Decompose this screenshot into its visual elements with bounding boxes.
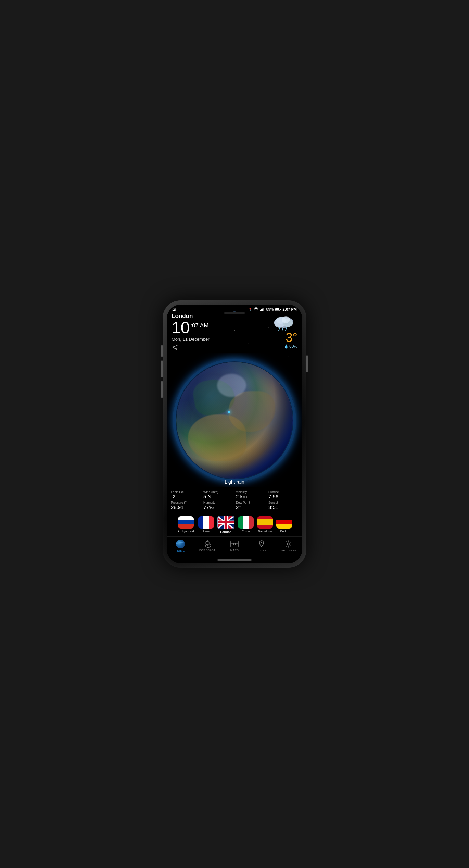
nav-forecast[interactable]: FORECAST [194,540,221,552]
city-item-rome[interactable]: Rome [238,516,254,533]
phone-screen: 🖼 📍 [167,305,302,563]
battery-percentage: 89% [266,307,274,311]
time-hours: 10 [172,320,190,336]
city-label-ulyanovsk: ★ Ulyanovsk [177,530,195,533]
nav-cities-label: CITIES [257,549,267,552]
home-indicator [217,559,252,561]
flag-france [198,516,214,529]
location-icon: 📍 [248,308,252,311]
bottom-navigation: HOME [167,536,302,558]
city-item-paris[interactable]: Paris [198,516,214,533]
battery-icon [275,308,281,311]
svg-line-26 [206,547,206,548]
flag-germany [276,516,292,529]
svg-rect-6 [280,309,281,310]
detail-dew-point: Dew Point 2° [236,501,266,510]
status-right: 📍 89% [248,307,297,311]
svg-rect-2 [262,309,263,312]
weather-condition-label: Light rain [225,479,244,485]
flag-russia [178,516,194,529]
nav-maps[interactable]: MAPS [221,540,248,552]
date-display: Mon, 11 December [172,337,210,342]
flag-spain [257,516,273,529]
maps-icon [230,540,239,548]
nav-maps-label: MAPS [230,549,239,552]
phone-device: 🖼 📍 [163,300,306,568]
svg-rect-1 [261,309,262,311]
city-item-ulyanovsk[interactable]: ★ Ulyanovsk [177,516,195,533]
status-time: 2:07 PM [282,307,297,311]
share-button[interactable] [172,345,210,351]
svg-line-17 [279,328,280,331]
detail-wind: Wind (m/s) 5 N [203,490,233,499]
signal-icon [260,307,265,311]
status-left: 🖼 [172,307,176,311]
london-marker [228,411,230,413]
detail-sunset: Sunset 3:51 [268,501,298,510]
city-label-rome: Rome [242,530,250,533]
weather-right: 3° 💧 60% [270,313,297,349]
cities-row: ★ Ulyanovsk Paris [167,513,302,536]
detail-sunrise: Sunrise 7:56 [268,490,298,499]
detail-visibility: Visibility 2 km [236,490,266,499]
time-minutes: :07 AM [190,320,208,329]
svg-point-36 [288,543,290,545]
svg-line-18 [282,328,283,331]
city-item-barcelona[interactable]: Barcelona [257,516,273,533]
nav-forecast-label: FORECAST [199,549,216,552]
volume-up-button [161,360,163,377]
svg-rect-29 [231,541,238,547]
detail-pressure: Pressure (") 28.91 [171,501,201,510]
globe-container: Light rain [167,353,302,487]
city-item-berlin[interactable]: Berlin [276,516,292,533]
svg-point-35 [261,542,262,543]
temperature-display: 3° [286,332,297,344]
city-item-london[interactable]: London [217,516,234,534]
svg-line-28 [209,547,209,548]
home-icon [176,540,185,548]
svg-rect-5 [275,308,279,310]
nav-settings-label: SETTINGS [281,549,296,552]
svg-line-19 [286,328,287,331]
svg-line-10 [173,346,176,347]
forecast-icon [203,540,212,548]
svg-rect-3 [264,308,265,311]
weather-condition-icon [270,313,297,332]
svg-point-16 [282,316,290,323]
app-screen: 🖼 📍 [167,305,302,563]
volume-down-button [161,381,163,398]
cities-icon [258,540,265,548]
weather-left: London 10 :07 AM Mon, 11 December [172,313,210,351]
mute-button [161,345,163,357]
detail-humidity: Humidity 77% [203,501,233,510]
nav-home-label: HOME [176,549,185,553]
power-button [306,355,308,372]
time-display: 10 :07 AM [172,320,210,336]
settings-icon [284,540,293,548]
svg-line-11 [173,348,176,349]
earpiece-speaker [224,312,245,314]
precipitation-display: 💧 60% [284,344,297,349]
city-label-barcelona: Barcelona [258,530,272,533]
flag-italy [238,516,254,529]
content-layer: 🖼 📍 [167,305,302,563]
wifi-icon [254,307,258,311]
city-label-paris: Paris [203,530,210,533]
nav-settings[interactable]: SETTINGS [275,540,302,552]
svg-rect-0 [260,310,261,311]
city-label-london: London [220,530,232,534]
earth-globe [176,362,293,479]
city-label-berlin: Berlin [280,530,288,533]
notification-icon: 🖼 [172,307,176,311]
nav-home[interactable]: HOME [167,540,194,553]
detail-feels-like: Feels like -2° [171,490,201,499]
svg-line-27 [207,547,208,548]
flag-uk [217,516,234,529]
weather-details-grid: Feels like -2° Wind (m/s) 5 N Visibility… [167,487,302,513]
nav-cities[interactable]: CITIES [248,540,275,552]
